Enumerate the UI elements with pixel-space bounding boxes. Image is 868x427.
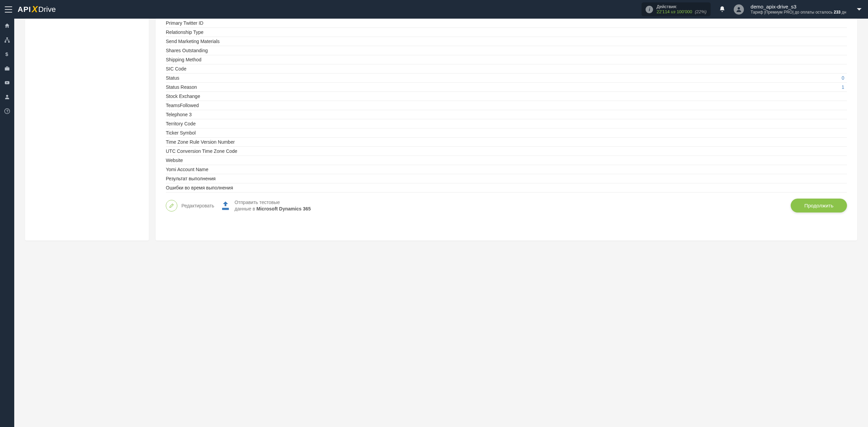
- field-row: SIC Code: [166, 64, 847, 74]
- actions-text: Действия: 22'114 из 100'000 (22%): [656, 4, 706, 15]
- edit-label: Редактировать: [181, 203, 214, 208]
- chevron-down-icon[interactable]: [856, 7, 862, 12]
- field-label: Relationship Type: [166, 29, 203, 35]
- top-header: API X Drive i Действия: 22'114 из 100'00…: [0, 0, 868, 19]
- field-list: Primary Twitter IDRelationship TypeSend …: [156, 19, 857, 192]
- upload-icon: [220, 201, 231, 211]
- main-panel: Primary Twitter IDRelationship TypeSend …: [156, 19, 857, 241]
- sidebar-item-briefcase[interactable]: [0, 61, 14, 76]
- field-label: Yomi Account Name: [166, 167, 209, 172]
- continue-button[interactable]: Продолжить: [791, 199, 847, 212]
- field-row: Time Zone Rule Version Number: [166, 138, 847, 147]
- sidebar-item-connections[interactable]: [0, 33, 14, 47]
- edit-button[interactable]: Редактировать: [166, 200, 214, 211]
- field-row: Status Reason1: [166, 83, 847, 92]
- logo-text-x: X: [32, 4, 38, 15]
- field-label: Ошибки во время выполнения: [166, 185, 233, 190]
- send-test-button[interactable]: Отправить тестовые данные в Microsoft Dy…: [220, 199, 311, 211]
- field-row: Yomi Account Name: [166, 165, 847, 174]
- actions-subline: 22'114 из 100'000 (22%): [656, 9, 706, 15]
- logo-text-drive: Drive: [38, 5, 56, 14]
- sidebar-item-home[interactable]: [0, 19, 14, 33]
- field-row: Website: [166, 156, 847, 165]
- left-panel: [25, 19, 149, 241]
- svg-point-0: [737, 7, 740, 9]
- svg-rect-10: [222, 208, 229, 210]
- field-row: Результат выполнения: [166, 174, 847, 183]
- field-label: Website: [166, 158, 183, 163]
- send-text: Отправить тестовые данные в Microsoft Dy…: [235, 199, 311, 211]
- field-row: Stock Exchange: [166, 92, 847, 101]
- field-label: SIC Code: [166, 66, 186, 72]
- field-row: UTC Conversion Time Zone Code: [166, 147, 847, 156]
- field-label: Stock Exchange: [166, 94, 200, 99]
- notifications-button[interactable]: [719, 6, 726, 13]
- field-row: Status0: [166, 74, 847, 83]
- field-value: 0: [842, 75, 847, 81]
- logo-text-api: API: [18, 5, 31, 14]
- field-row: Shares Outstanding: [166, 46, 847, 55]
- field-label: Ticker Symbol: [166, 130, 196, 136]
- field-label: Send Marketing Materials: [166, 39, 220, 44]
- field-row: Telephone 3: [166, 110, 847, 119]
- actions-counter[interactable]: i Действия: 22'114 из 100'000 (22%): [642, 2, 710, 17]
- pencil-icon: [166, 200, 177, 211]
- svg-rect-1: [6, 38, 8, 39]
- user-avatar-icon[interactable]: [734, 4, 744, 15]
- field-row: Primary Twitter ID: [166, 19, 847, 28]
- field-row: Territory Code: [166, 119, 847, 128]
- field-label: Territory Code: [166, 121, 196, 126]
- svg-rect-5: [5, 67, 9, 70]
- field-label: Status Reason: [166, 84, 197, 90]
- field-label: Time Zone Rule Version Number: [166, 139, 235, 145]
- menu-toggle-button[interactable]: [5, 6, 12, 13]
- panel-actions: Редактировать Отправить тестовые данные …: [156, 192, 857, 212]
- field-label: Shares Outstanding: [166, 48, 208, 53]
- field-label: Telephone 3: [166, 112, 192, 117]
- user-info[interactable]: demo_apix-drive_s3 Тариф |Премиум PRO| д…: [751, 4, 846, 15]
- field-row: Ticker Symbol: [166, 128, 847, 138]
- field-row: TeamsFollowed: [166, 101, 847, 110]
- field-label: UTC Conversion Time Zone Code: [166, 148, 237, 154]
- field-value: 1: [842, 84, 847, 90]
- field-label: TeamsFollowed: [166, 103, 199, 108]
- field-row: Relationship Type: [166, 28, 847, 37]
- actions-label: Действия:: [656, 4, 706, 9]
- svg-point-7: [6, 95, 8, 97]
- info-icon: i: [646, 6, 653, 13]
- logo[interactable]: API X Drive: [18, 4, 56, 15]
- svg-rect-2: [5, 41, 6, 43]
- sidebar-item-billing[interactable]: $: [0, 47, 14, 61]
- svg-text:$: $: [5, 51, 8, 57]
- field-row: Send Marketing Materials: [166, 37, 847, 46]
- field-label: Результат выполнения: [166, 176, 216, 181]
- field-label: Shipping Method: [166, 57, 201, 62]
- sidebar-item-profile[interactable]: [0, 90, 14, 104]
- sidebar-item-video[interactable]: [0, 76, 14, 90]
- user-name: demo_apix-drive_s3: [751, 4, 846, 10]
- user-tariff: Тариф |Премиум PRO| до оплаты осталось 2…: [751, 10, 846, 15]
- field-label: Status: [166, 75, 179, 81]
- field-row: Shipping Method: [166, 55, 847, 64]
- field-row: Ошибки во время выполнения: [166, 183, 847, 192]
- content-area: Primary Twitter IDRelationship TypeSend …: [14, 19, 868, 427]
- svg-text:?: ?: [6, 109, 8, 113]
- sidebar-item-help[interactable]: ?: [0, 104, 14, 118]
- svg-rect-3: [8, 41, 10, 43]
- sidebar: $ ?: [0, 19, 14, 427]
- field-label: Primary Twitter ID: [166, 20, 203, 26]
